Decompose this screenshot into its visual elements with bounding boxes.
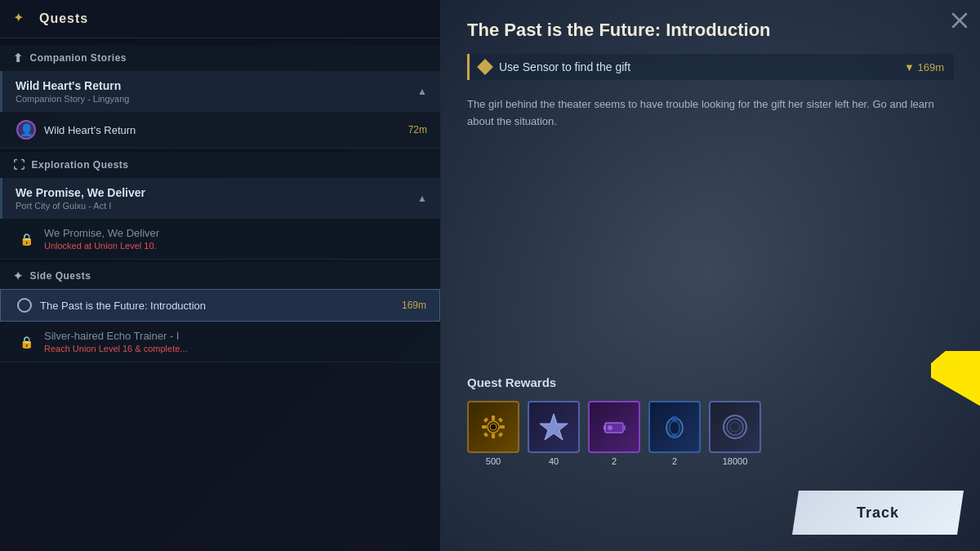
quest-objective-distance: ▼ 169m <box>904 61 944 73</box>
we-promise-lock-icon: 🔒 <box>16 229 36 249</box>
past-is-future-distance: 169m <box>402 300 426 311</box>
we-promise-group-subtitle: Port City of Guixu - Act I <box>16 201 145 211</box>
side-section-header: ✦ Side Quests <box>0 263 440 289</box>
wild-hearts-item[interactable]: 👤 Wild Heart's Return 72m <box>0 112 440 149</box>
companion-section-header: ⬆ Companion Stories <box>0 45 440 71</box>
reward-silver-icon <box>709 401 761 453</box>
we-promise-group: We Promise, We Deliver Port City of Guix… <box>0 178 440 260</box>
wild-hearts-item-left: 👤 Wild Heart's Return <box>16 120 136 140</box>
svg-rect-9 <box>498 432 503 437</box>
silver-trainer-unlock-text: Reach Union Level 16 & complete... <box>44 344 188 353</box>
svg-rect-8 <box>483 432 488 437</box>
yellow-arrow <box>931 351 980 433</box>
reward-star-icon <box>528 401 580 453</box>
svg-point-17 <box>670 421 679 434</box>
reward-blue-item: 2 <box>648 401 701 466</box>
svg-rect-5 <box>500 425 505 429</box>
reward-star-item: 40 <box>528 401 580 466</box>
objective-distance-value: ▼ 169m <box>904 61 944 73</box>
track-button[interactable]: Track <box>792 491 964 535</box>
reward-star-count: 40 <box>549 456 559 466</box>
svg-rect-3 <box>492 433 495 438</box>
quest-detail-title: The Past is the Future: Introduction <box>467 20 954 41</box>
silver-trainer-lock-icon: 🔒 <box>16 332 36 352</box>
reward-gear-icon <box>467 401 519 453</box>
svg-rect-13 <box>622 425 626 430</box>
silver-trainer-item-name: Silver-haired Echo Trainer - I <box>44 330 188 342</box>
reward-blue-icon <box>648 401 701 453</box>
quest-objective-text: Use Sensor to find the gift <box>499 60 630 73</box>
svg-point-1 <box>490 424 497 430</box>
svg-rect-19 <box>672 434 677 438</box>
quests-icon: ✦ <box>13 10 31 28</box>
we-promise-group-title: We Promise, We Deliver <box>16 186 145 199</box>
quest-list: ⬆ Companion Stories Wild Heart's Return … <box>0 38 440 551</box>
reward-blue-count: 2 <box>672 456 677 466</box>
we-promise-item-left: 🔒 We Promise, We Deliver Unlocked at Uni… <box>16 227 159 251</box>
quest-description: The girl behind the theater seems to hav… <box>467 96 941 131</box>
wild-hearts-group-header[interactable]: Wild Heart's Return Companion Story - Li… <box>0 71 440 112</box>
sidebar: ✦ Quests ⬆ Companion Stories Wild Heart'… <box>0 0 441 551</box>
svg-point-24 <box>730 422 740 432</box>
reward-gear-count: 500 <box>486 456 501 466</box>
svg-rect-7 <box>498 417 503 422</box>
rewards-list: 500 40 <box>467 401 954 466</box>
wild-hearts-person-icon: 👤 <box>16 120 36 140</box>
svg-rect-6 <box>483 417 488 422</box>
track-button-label: Track <box>857 504 899 522</box>
we-promise-chevron: ▲ <box>417 193 427 204</box>
svg-line-26 <box>956 359 980 416</box>
past-is-future-item[interactable]: The Past is the Future: Introduction 169… <box>0 289 440 322</box>
reward-purple-icon <box>588 401 640 453</box>
svg-rect-18 <box>672 416 677 421</box>
close-button[interactable] <box>951 11 969 33</box>
svg-rect-4 <box>482 425 487 429</box>
wild-hearts-group: Wild Heart's Return Companion Story - Li… <box>0 71 440 149</box>
we-promise-group-header[interactable]: We Promise, We Deliver Port City of Guix… <box>0 178 440 219</box>
reward-gear-item: 500 <box>467 401 519 466</box>
main-container: ✦ Quests ⬆ Companion Stories Wild Heart'… <box>0 0 980 551</box>
wild-hearts-distance: 72m <box>408 124 427 136</box>
reward-silver-count: 18000 <box>723 456 748 466</box>
wild-hearts-chevron: ▲ <box>417 86 427 97</box>
past-is-future-circle-icon <box>17 298 32 313</box>
reward-silver-item: 18000 <box>709 401 761 466</box>
exploration-section-header: ⛶ Exploration Quests <box>0 152 440 178</box>
silver-trainer-item-left: 🔒 Silver-haired Echo Trainer - I Reach U… <box>16 330 188 353</box>
side-section-label: Side Quests <box>30 270 91 282</box>
svg-rect-2 <box>492 415 495 420</box>
wild-hearts-item-name: Wild Heart's Return <box>44 124 136 136</box>
exploration-section-label: Exploration Quests <box>32 159 129 171</box>
we-promise-item-name: We Promise, We Deliver <box>44 227 159 239</box>
silver-trainer-item[interactable]: 🔒 Silver-haired Echo Trainer - I Reach U… <box>0 322 440 362</box>
reward-purple-count: 2 <box>612 456 617 466</box>
silver-trainer-item-info: Silver-haired Echo Trainer - I Reach Uni… <box>44 330 188 353</box>
right-panel: The Past is the Future: Introduction Use… <box>441 0 980 551</box>
we-promise-group-info: We Promise, We Deliver Port City of Guix… <box>16 186 145 211</box>
quest-objective-left: Use Sensor to find the gift <box>479 60 630 73</box>
companion-section-icon: ⬆ <box>13 51 24 64</box>
sidebar-title: Quests <box>39 11 88 26</box>
companion-section-label: Companion Stories <box>30 52 127 64</box>
wild-hearts-group-title: Wild Heart's Return <box>16 79 129 92</box>
sidebar-header: ✦ Quests <box>0 0 440 38</box>
wild-hearts-group-subtitle: Companion Story - Lingyang <box>16 94 129 104</box>
quest-objective: Use Sensor to find the gift ▼ 169m <box>467 54 954 80</box>
reward-purple-item: 2 <box>588 401 640 466</box>
svg-point-22 <box>727 419 743 435</box>
side-section-icon: ✦ <box>13 269 24 282</box>
we-promise-item-info: We Promise, We Deliver Unlocked at Union… <box>44 227 159 251</box>
wild-hearts-group-info: Wild Heart's Return Companion Story - Li… <box>16 79 129 104</box>
svg-point-14 <box>608 425 612 430</box>
rewards-title: Quest Rewards <box>467 375 954 389</box>
svg-rect-15 <box>604 425 606 430</box>
objective-diamond-icon <box>477 59 493 75</box>
we-promise-unlock-text: Unlocked at Union Level 10. <box>44 241 159 251</box>
we-promise-item[interactable]: 🔒 We Promise, We Deliver Unlocked at Uni… <box>0 219 440 260</box>
past-is-future-item-name: The Past is the Future: Introduction <box>40 300 206 312</box>
exploration-section-icon: ⛶ <box>13 158 25 171</box>
svg-marker-10 <box>540 414 568 440</box>
past-is-future-item-left: The Past is the Future: Introduction <box>17 298 206 313</box>
